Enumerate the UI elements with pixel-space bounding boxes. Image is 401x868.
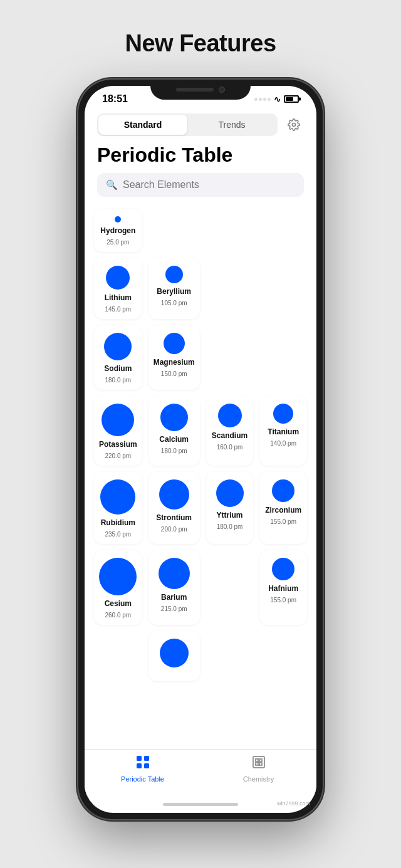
svg-rect-7 <box>259 759 262 761</box>
search-input[interactable] <box>123 179 248 191</box>
elements-scroll[interactable]: Hydrogen 25.0 pm Lithium 145.0 pm Beryll… <box>85 206 316 749</box>
element-card-scandium[interactable]: Scandium 160.0 pm <box>206 396 254 466</box>
element-name: Titanium <box>268 427 299 436</box>
element-name: Potassium <box>99 440 137 449</box>
element-value: 160.0 pm <box>217 444 243 451</box>
element-value: 235.0 pm <box>105 531 131 538</box>
element-circle <box>100 479 135 515</box>
svg-rect-3 <box>137 763 142 768</box>
element-value: 215.0 pm <box>161 605 187 612</box>
element-circle <box>216 479 244 507</box>
element-name: Magnesium <box>154 358 195 367</box>
element-value: 155.0 pm <box>270 597 296 604</box>
element-card-yttrium[interactable]: Yttrium 180.0 pm <box>206 472 254 544</box>
element-circle <box>99 558 137 595</box>
status-time: 18:51 <box>102 93 128 105</box>
element-card-titanium[interactable]: Titanium 140.0 pm <box>259 396 307 466</box>
element-name: Hafnium <box>268 584 298 593</box>
element-card-strontium[interactable]: Strontium 200.0 pm <box>148 472 200 544</box>
element-card-sodium[interactable]: Sodium 180.0 pm <box>94 325 142 390</box>
tab-chemistry[interactable]: Chemistry <box>200 755 316 783</box>
element-name: Rubidium <box>101 518 135 527</box>
segment-trends[interactable]: Trends <box>187 115 276 135</box>
tab-periodic-table[interactable]: Periodic Table <box>85 755 200 783</box>
element-name: Lithium <box>105 293 132 302</box>
element-circle <box>164 333 185 354</box>
elements-grid: Hydrogen 25.0 pm Lithium 145.0 pm Beryll… <box>91 206 310 684</box>
status-icons: ∿ <box>254 95 299 104</box>
element-value: 200.0 pm <box>161 526 187 533</box>
element-card-barium[interactable]: Barium 215.0 pm <box>148 550 200 625</box>
element-circle <box>160 404 188 431</box>
element-circle <box>165 266 183 283</box>
element-circle <box>115 216 121 222</box>
tab-chemistry-label: Chemistry <box>243 775 274 783</box>
app-heading: Periodic Table <box>85 141 316 173</box>
element-name: Beryllium <box>157 287 191 296</box>
element-name: Cesium <box>105 599 132 608</box>
element-card-hafnium[interactable]: Hafnium 155.0 pm <box>259 550 307 625</box>
element-value: 180.0 pm <box>217 523 243 530</box>
element-name: Barium <box>161 593 187 602</box>
speaker <box>176 88 214 92</box>
svg-rect-8 <box>256 763 258 765</box>
element-circle <box>159 479 189 510</box>
element-name: Sodium <box>104 364 132 373</box>
svg-rect-2 <box>144 756 149 761</box>
element-card-hydrogen[interactable]: Hydrogen 25.0 pm <box>94 209 142 252</box>
empty-space-3 <box>203 322 310 393</box>
element-value: 25.0 pm <box>107 239 129 246</box>
phone-screen: 18:51 ∿ Standard Trends <box>85 86 316 813</box>
battery-icon <box>284 95 299 103</box>
segment-standard[interactable]: Standard <box>98 115 187 135</box>
phone-shell: 18:51 ∿ Standard Trends <box>78 80 323 819</box>
top-bar: Standard Trends <box>85 107 316 141</box>
element-name: Strontium <box>156 513 192 522</box>
element-value: 260.0 pm <box>105 612 131 619</box>
page-title: New Features <box>125 30 276 57</box>
element-card-magnesium[interactable]: Magnesium 150.0 pm <box>148 325 200 390</box>
camera <box>219 86 225 93</box>
element-value: 220.0 pm <box>105 452 131 459</box>
svg-rect-9 <box>259 763 262 765</box>
empty-space <box>145 206 310 255</box>
home-bar <box>163 803 238 806</box>
element-circle <box>273 404 293 424</box>
element-name: Hydrogen <box>100 226 135 235</box>
element-value: 140.0 pm <box>270 440 296 447</box>
element-circle <box>159 558 190 589</box>
element-card-partial[interactable] <box>148 631 200 681</box>
element-circle <box>272 558 294 580</box>
search-bar[interactable]: 🔍 <box>97 173 304 197</box>
element-value: 180.0 pm <box>105 377 131 384</box>
svg-rect-1 <box>137 756 142 761</box>
svg-point-0 <box>293 123 296 127</box>
element-name: Yttrium <box>217 511 243 520</box>
element-circle <box>106 266 130 290</box>
element-card-cesium[interactable]: Cesium 260.0 pm <box>94 550 142 625</box>
element-value: 180.0 pm <box>161 447 187 454</box>
element-card-beryllium[interactable]: Beryllium 105.0 pm <box>148 258 200 319</box>
element-circle <box>104 333 132 360</box>
tab-bar: Periodic Table Chemistry <box>85 749 316 795</box>
settings-button[interactable] <box>284 115 304 135</box>
element-circle <box>102 404 134 436</box>
signal-icon <box>254 98 271 101</box>
element-value: 105.0 pm <box>161 300 187 306</box>
element-card-potassium[interactable]: Potassium 220.0 pm <box>94 396 142 466</box>
element-card-lithium[interactable]: Lithium 145.0 pm <box>94 258 142 319</box>
watermark: win7999.com <box>277 800 310 807</box>
element-circle <box>218 404 242 427</box>
element-card-zirconium[interactable]: Zirconium 155.0 pm <box>259 472 307 544</box>
notch <box>150 80 251 100</box>
element-name: Scandium <box>212 431 247 440</box>
element-name: Calcium <box>159 435 189 444</box>
element-value: 145.0 pm <box>105 306 131 313</box>
svg-rect-4 <box>144 763 149 768</box>
app-content: Standard Trends Periodic Table 🔍 <box>85 107 316 813</box>
svg-rect-6 <box>256 759 258 761</box>
segment-control[interactable]: Standard Trends <box>97 113 278 136</box>
element-circle <box>160 639 189 667</box>
element-card-calcium[interactable]: Calcium 180.0 pm <box>148 396 200 466</box>
element-card-rubidium[interactable]: Rubidium 235.0 pm <box>94 472 142 544</box>
